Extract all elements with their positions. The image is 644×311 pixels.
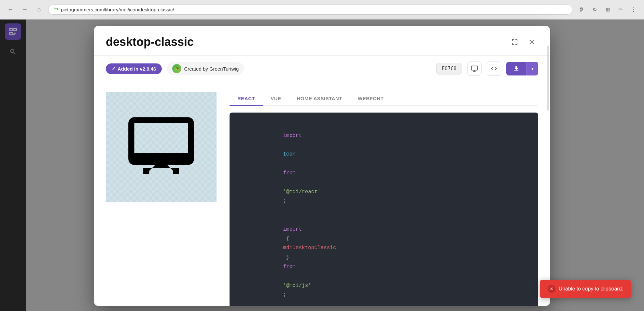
tab-webfont[interactable]: WEBFONT (350, 92, 391, 106)
modal-overlay[interactable]: desktop-classic (0, 20, 644, 311)
url-text: pictogrammers.com/library/mdi/icon/deskt… (61, 7, 174, 12)
browser-chrome: ← → ⌂ 🛡 pictogrammers.com/library/mdi/ic… (0, 0, 644, 20)
check-icon: ✓ (112, 66, 116, 71)
expand-button[interactable] (508, 35, 521, 48)
creator-avatar: 🐢 (172, 64, 181, 73)
creator-badge: 🐢 Created by GreenTurtwig (167, 62, 244, 75)
modal-scrollbar[interactable] (547, 46, 549, 111)
tab-react[interactable]: REACT (230, 92, 263, 106)
profile-button[interactable]: ⚰ (615, 5, 626, 15)
menu-button[interactable]: ⋮ (628, 5, 639, 15)
code-view-button[interactable] (487, 61, 501, 76)
modal-header: desktop-classic (94, 26, 550, 56)
toast-notification: ✕ Unable to copy to clipboard. (540, 280, 631, 298)
modal-dialog: desktop-classic (94, 26, 550, 306)
toast-message: Unable to copy to clipboard. (559, 286, 623, 292)
address-bar[interactable]: 🛡 pictogrammers.com/library/mdi/icon/des… (48, 5, 572, 15)
forward-button[interactable]: → (20, 5, 30, 15)
refresh-button[interactable]: ↻ (589, 5, 600, 15)
page-body: desktop-classic (0, 20, 644, 311)
kw-from-1: from (283, 170, 295, 176)
tab-vue[interactable]: VUE (263, 92, 289, 106)
code-tabs: REACT VUE HOME ASSISTANT WEBFONT (230, 92, 538, 106)
download-button[interactable] (506, 62, 526, 75)
meta-bar: ✓ Added in v2.0.46 🐢 Created by GreenTur… (94, 56, 550, 82)
modal-header-actions (508, 35, 538, 48)
toast-error-icon: ✕ (548, 285, 555, 293)
code-module-2: '@mdi/js' (283, 283, 311, 289)
icon-preview-box (106, 92, 217, 202)
download-dropdown-button[interactable]: ▾ (526, 62, 538, 75)
monitor-view-button[interactable] (467, 61, 482, 76)
translate-button[interactable]: ℣ (576, 5, 587, 15)
code-module-1: '@mdi/react' (283, 189, 320, 195)
version-badge: ✓ Added in v2.0.46 (106, 63, 162, 74)
kw-import-2: import (283, 226, 302, 232)
desktop-icon-svg (125, 111, 197, 183)
code-block: import Icon from '@mdi/react' ; import { (230, 113, 538, 306)
browser-actions: ℣ ↻ ⊞ ⚰ ⋮ (576, 5, 639, 15)
creator-text: Created by GreenTurtwig (184, 66, 239, 72)
tab-manager-button[interactable]: ⊞ (602, 5, 613, 15)
kw-import-1: import (283, 133, 302, 139)
code-Icon: Icon (283, 151, 295, 157)
home-button[interactable]: ⌂ (34, 5, 44, 15)
close-button[interactable] (525, 35, 538, 48)
code-line-2: import { mdiDesktopClassic } from '@mdi/… (239, 215, 528, 306)
tab-home-assistant[interactable]: HOME ASSISTANT (289, 92, 350, 106)
version-text: Added in v2.0.46 (118, 66, 156, 72)
security-icon: 🛡 (54, 7, 58, 12)
kw-from-2: from (283, 264, 295, 270)
code-line-1: import Icon from '@mdi/react' ; (239, 122, 528, 215)
code-area: REACT VUE HOME ASSISTANT WEBFONT import … (230, 92, 538, 306)
modal-title: desktop-classic (106, 35, 194, 49)
modal-content: REACT VUE HOME ASSISTANT WEBFONT import … (94, 82, 550, 306)
code-var: mdiDesktopClassic (283, 245, 336, 251)
icon-preview-area (106, 92, 217, 306)
download-button-group: ▾ (506, 62, 538, 75)
back-button[interactable]: ← (5, 5, 16, 15)
hex-code-badge: F07C0 (436, 63, 462, 74)
